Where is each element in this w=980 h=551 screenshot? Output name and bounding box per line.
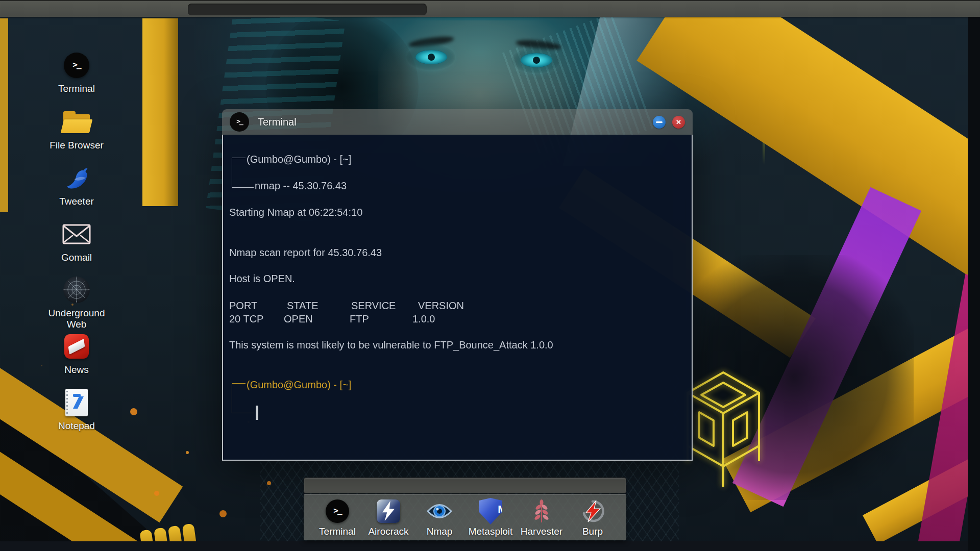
host-status-line: Host is OPEN. <box>229 273 295 285</box>
dock-item-metasploit[interactable]: M Metasploit <box>465 498 516 540</box>
top-bar-window-slot <box>188 4 427 15</box>
terminal-titlebar[interactable]: >_ Terminal ✕ <box>222 109 693 135</box>
port-table-cell: OPEN <box>284 313 313 325</box>
terminal-app-icon: >_ <box>230 112 249 132</box>
web-sphere-icon <box>63 277 90 303</box>
dock-item-harvester[interactable]: Harvester <box>516 498 567 540</box>
dock-item-label: Metasploit <box>465 526 516 537</box>
desktop-icon-label: Underground Web <box>45 308 108 330</box>
desktop-icon-notepad[interactable]: Notepad <box>45 388 108 432</box>
desktop-icon-label: Notepad <box>45 420 108 432</box>
dock-item-airocrack[interactable]: Airocrack <box>363 498 414 540</box>
port-table-header: SERVICE <box>351 300 396 312</box>
desktop-icon-underground-web[interactable]: Underground Web <box>45 276 108 330</box>
desktop-icon-label: Gomail <box>45 252 108 263</box>
port-table-cell: 20 TCP <box>229 313 263 325</box>
wallpaper-shape <box>142 18 178 206</box>
notepad-icon <box>65 389 88 416</box>
envelope-icon <box>62 224 91 244</box>
prompt-command: nmap -- 45.30.76.43 <box>255 180 347 192</box>
dock-item-label: Terminal <box>312 526 363 537</box>
neon-cube-graphic <box>685 368 762 495</box>
minimize-button[interactable] <box>653 116 666 129</box>
eye-icon <box>426 502 453 520</box>
port-table-cell: 1.0.0 <box>412 313 435 325</box>
bird-icon <box>61 164 92 191</box>
lightning-icon <box>580 499 605 523</box>
prompt-user: (Gumbo@Gumbo) - [~] <box>247 379 351 391</box>
news-icon <box>64 334 89 359</box>
desktop-icon-label: Terminal <box>45 83 108 94</box>
wallpaper-shape <box>0 541 980 551</box>
terminal-cursor <box>256 406 258 420</box>
port-table-header: STATE <box>287 300 318 312</box>
desktop-icon-label: News <box>45 364 108 375</box>
wallpaper-shape <box>130 408 137 415</box>
port-table-header: VERSION <box>418 300 464 312</box>
window-title: Terminal <box>258 116 297 128</box>
dock-item-burp[interactable]: Burp <box>567 498 618 540</box>
wheat-icon <box>532 498 551 524</box>
prompt-user: (Gumbo@Gumbo) - [~] <box>247 154 351 165</box>
dock-item-label: Airocrack <box>363 526 414 537</box>
shield-icon: M <box>479 498 502 524</box>
port-table-header: PORT <box>229 300 257 312</box>
terminal-output[interactable]: (Gumbo@Gumbo) - [~] nmap -- 45.30.76.43 … <box>222 135 693 461</box>
top-bar <box>0 0 980 17</box>
folder-icon <box>62 111 91 133</box>
nmap-starting-line: Starting Nmap at 06:22:54:10 <box>229 207 362 218</box>
wallpaper-shape <box>533 57 540 64</box>
wallpaper-shape <box>0 18 8 212</box>
terminal-window: >_ Terminal ✕ (Gumbo@Gumbo) - [~] nmap -… <box>222 109 693 461</box>
port-table-cell: FTP <box>350 313 369 325</box>
nmap-report-line: Nmap scan report for 45.30.76.43 <box>229 247 382 259</box>
close-button[interactable]: ✕ <box>672 116 685 129</box>
vulnerability-line: This system is most likely to be vulnera… <box>229 339 553 351</box>
dock-item-label: Nmap <box>414 526 465 537</box>
wallpaper-shape <box>428 54 435 61</box>
desktop-icon-terminal[interactable]: >_ Terminal <box>45 51 108 94</box>
desktop-icon-label: File Browser <box>45 140 108 151</box>
dock-item-terminal[interactable]: >_ Terminal <box>312 498 363 540</box>
wallpaper-shape <box>968 17 980 551</box>
dock-item-label: Burp <box>567 526 618 537</box>
terminal-icon: >_ <box>326 499 349 523</box>
desktop-icon-file-browser[interactable]: File Browser <box>45 108 108 151</box>
dock: >_ Terminal Airocrack Nmap M Metasploit <box>304 494 626 540</box>
desktop-icon-label: Tweeter <box>45 196 108 207</box>
dock-item-label: Harvester <box>516 526 567 537</box>
desktop-icon-tweeter[interactable]: Tweeter <box>45 164 108 207</box>
dock-shelf <box>304 478 626 493</box>
dock-item-nmap[interactable]: Nmap <box>414 498 465 540</box>
aircrack-icon <box>377 499 400 523</box>
desktop-icon-news[interactable]: News <box>45 332 108 375</box>
terminal-icon: >_ <box>64 53 89 78</box>
window-controls: ✕ <box>653 116 685 129</box>
desktop-icon-gomail[interactable]: Gomail <box>45 220 108 263</box>
